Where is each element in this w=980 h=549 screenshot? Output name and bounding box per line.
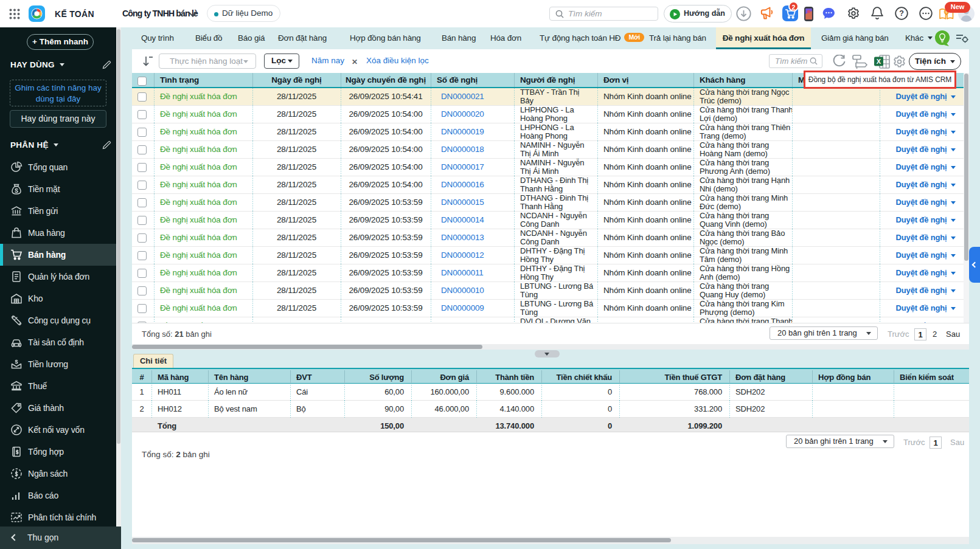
svg-text:?: ? xyxy=(899,9,904,18)
svg-text:X: X xyxy=(877,58,881,65)
